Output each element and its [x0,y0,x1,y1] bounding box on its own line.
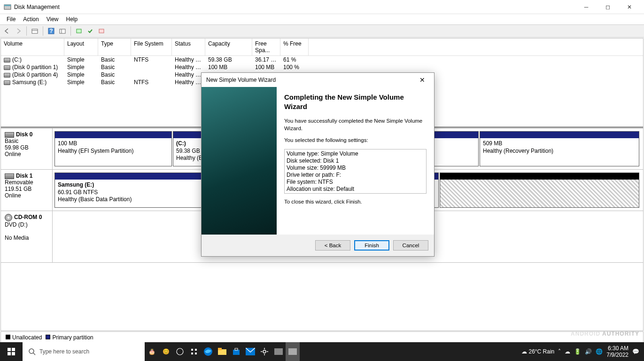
legend: Unallocated Primary partition [0,331,644,343]
battery-icon[interactable]: 🔋 [574,348,581,355]
wizard-text: You have successfully completed the New … [284,118,427,132]
menu-help[interactable]: Help [62,15,82,24]
col-layout[interactable]: Layout [64,39,98,55]
svg-rect-8 [77,29,81,33]
start-button[interactable] [0,342,23,361]
svg-rect-32 [274,348,283,355]
col-pct[interactable]: % Free [280,39,309,55]
taskbar-app-icon[interactable] [187,342,201,361]
svg-rect-18 [195,349,197,351]
disk-label: Disk 1 Removable119.51 GBOnline [1,170,53,211]
svg-point-16 [177,348,183,355]
toolbar: ? [0,24,644,38]
svg-rect-11 [12,348,15,351]
menu-view[interactable]: View [43,15,62,24]
wizard-footer: < Back Finish Cancel [202,235,434,256]
watermark: ANDROID AUTHORITY [571,326,639,338]
network-icon[interactable]: 🌐 [596,348,603,355]
col-volume[interactable]: Volume [1,39,64,55]
svg-rect-6 [60,29,65,33]
toolbar-btn-3[interactable] [57,26,68,36]
disk-label: CD-ROM 0 DVD (D:)No Media [1,211,53,262]
menu-action[interactable]: Action [19,15,42,24]
finish-button[interactable]: Finish [354,240,389,251]
svg-rect-13 [12,352,15,355]
nav-back-button[interactable] [2,26,12,36]
svg-rect-9 [99,29,104,33]
wizard-text: You selected the following settings: [284,137,427,144]
svg-rect-24 [233,350,240,355]
wizard-close-button[interactable]: ✕ [415,76,429,84]
minimize-button[interactable]: ─ [575,0,597,14]
taskbar-emoji-icon[interactable]: 😊 [159,342,173,361]
close-button[interactable]: ✕ [619,0,640,14]
wizard-settings-list[interactable]: Volume type: Simple VolumeDisk selected:… [284,149,427,194]
mail-icon[interactable] [243,342,257,361]
cancel-button[interactable]: Cancel [393,240,428,251]
toolbar-btn-1[interactable] [30,26,40,36]
svg-rect-12 [8,352,11,355]
search-icon [28,348,36,355]
volume-icon[interactable]: 🔊 [585,348,592,355]
partition-unallocated[interactable] [440,173,639,208]
cd-icon [5,214,12,221]
window-title: Disk Management [14,4,575,10]
help-button[interactable]: ? [46,26,56,36]
search-box[interactable]: Type here to search [23,342,145,361]
disk-icon [5,132,14,138]
svg-line-15 [33,353,35,355]
taskbar: Type here to search 🎂 😊 ☁ 26°C Rain ˄ ☁ … [0,342,644,361]
disk-icon [5,173,14,179]
wizard-banner [202,87,277,235]
partition[interactable]: 100 MBHealthy (EFI System Partition) [54,131,172,166]
volume-header: Volume Layout Type File System Status Ca… [1,39,643,56]
col-type[interactable]: Type [98,39,131,55]
store-icon[interactable] [229,342,243,361]
svg-rect-2 [32,29,38,33]
menu-file[interactable]: File [3,15,19,24]
toolbar-btn-5[interactable] [85,26,95,36]
toolbar-btn-4[interactable] [74,26,84,36]
disk-label: Disk 0 Basic59.98 GBOnline [1,128,53,169]
wizard-dialog: New Simple Volume Wizard ✕ Completing th… [201,72,435,257]
svg-rect-17 [191,349,193,351]
col-fs[interactable]: File System [131,39,172,55]
svg-rect-23 [218,348,222,350]
diskmgmt-taskbar-icon[interactable] [286,342,300,361]
svg-rect-10 [8,348,11,351]
clock[interactable]: 6:30 AM7/9/2022 [606,345,628,359]
wizard-titlebar: New Simple Volume Wizard ✕ [202,73,434,87]
svg-rect-19 [191,353,193,354]
app-icon [4,3,11,11]
tray-chevron-icon[interactable]: ˄ [558,348,561,355]
partition[interactable]: 509 MBHealthy (Recovery Partition) [480,131,639,166]
weather-widget[interactable]: ☁ 26°C Rain [521,348,554,355]
svg-rect-1 [4,5,11,6]
settings-icon[interactable] [257,342,272,361]
col-capacity[interactable]: Capacity [205,39,252,55]
edge-icon[interactable] [201,342,215,361]
legend-swatch-unallocated [6,335,10,339]
legend-swatch-primary [46,335,50,339]
nav-forward-button[interactable] [13,26,23,36]
explorer-icon[interactable] [215,342,229,361]
col-free[interactable]: Free Spa... [252,39,280,55]
taskbar-emoji-icon[interactable]: 🎂 [145,342,159,361]
toolbar-btn-6[interactable] [96,26,107,36]
onedrive-icon[interactable]: ☁ [565,348,570,355]
svg-text:?: ? [49,28,53,34]
back-button[interactable]: < Back [315,240,350,251]
task-view-button[interactable] [173,342,187,361]
svg-point-27 [263,350,266,353]
svg-rect-20 [195,353,197,354]
menubar: File Action View Help [0,14,644,24]
maximize-button[interactable]: ◻ [597,0,619,14]
wizard-heading: Completing the New Simple Volume Wizard [284,93,427,111]
col-status[interactable]: Status [172,39,205,55]
notifications-icon[interactable]: 💬 [632,348,639,355]
volume-row[interactable]: (Disk 0 partition 1)SimpleBasicHealthy (… [1,63,643,71]
svg-point-14 [29,349,34,353]
taskbar-app-icon[interactable] [272,342,286,361]
system-tray: ☁ 26°C Rain ˄ ☁ 🔋 🔊 🌐 6:30 AM7/9/2022 💬 [517,345,644,359]
volume-row[interactable]: (C:)SimpleBasicNTFSHealthy (B...59.38 GB… [1,56,643,63]
